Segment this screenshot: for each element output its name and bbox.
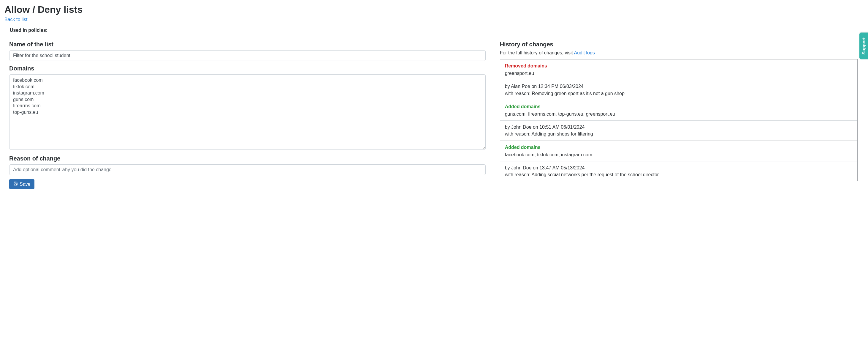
support-tab[interactable]: Support bbox=[859, 33, 868, 59]
history-panel: History of changes For the full history … bbox=[500, 37, 864, 189]
save-icon bbox=[13, 181, 18, 187]
history-reason: with reason: Removing green sport as it'… bbox=[505, 90, 852, 97]
edit-form: Name of the list Domains facebook.com ti… bbox=[4, 37, 486, 189]
save-button[interactable]: Save bbox=[9, 179, 34, 189]
domains-textarea[interactable]: facebook.com tiktok.com instagram.com gu… bbox=[9, 74, 486, 150]
history-item: Added domains facebook.com, tiktok.com, … bbox=[500, 141, 857, 181]
page-title: Allow / Deny lists bbox=[4, 4, 864, 15]
list-name-input[interactable] bbox=[9, 50, 486, 61]
history-kind-label: Added domains bbox=[505, 103, 852, 110]
reason-input[interactable] bbox=[9, 164, 486, 175]
history-domains: facebook.com, tiktok.com, instagram.com bbox=[505, 152, 592, 157]
history-domains: guns.com, firearms.com, top-guns.eu, gre… bbox=[505, 111, 615, 116]
history-intro-text: For the full history of changes, visit bbox=[500, 50, 574, 55]
history-byline: by Alan Poe on 12:34 PM 06/03/2024 bbox=[505, 83, 852, 90]
history-byline: by John Doe on 13:47 AM 05/13/2024 bbox=[505, 164, 852, 171]
history-intro: For the full history of changes, visit A… bbox=[500, 50, 858, 56]
name-heading: Name of the list bbox=[9, 41, 486, 48]
history-item: Removed domains greensport.eu by Alan Po… bbox=[500, 59, 857, 100]
back-to-list-link[interactable]: Back to list bbox=[4, 17, 27, 22]
history-list: Removed domains greensport.eu by Alan Po… bbox=[500, 59, 858, 181]
history-item: Added domains guns.com, firearms.com, to… bbox=[500, 100, 857, 141]
save-button-label: Save bbox=[20, 182, 30, 187]
history-kind-label: Removed domains bbox=[505, 62, 852, 69]
reason-heading: Reason of change bbox=[9, 155, 486, 162]
history-reason: with reason: Adding social networks per … bbox=[505, 171, 852, 178]
domains-heading: Domains bbox=[9, 65, 486, 72]
history-byline: by John Doe on 10:51 AM 06/01/2024 bbox=[505, 123, 852, 131]
history-domains: greensport.eu bbox=[505, 71, 534, 76]
used-in-policies-label: Used in policies: bbox=[4, 26, 864, 35]
history-kind-label: Added domains bbox=[505, 144, 852, 151]
audit-logs-link[interactable]: Audit logs bbox=[574, 50, 595, 55]
history-heading: History of changes bbox=[500, 41, 858, 48]
history-reason: with reason: Adding gun shops for filter… bbox=[505, 131, 852, 137]
